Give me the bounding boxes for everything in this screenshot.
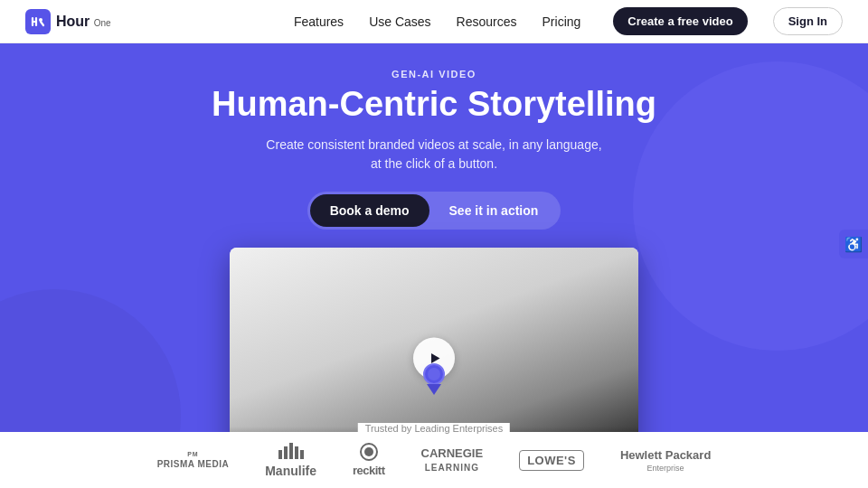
carnegie-text1: CARNEGIE <box>421 447 484 460</box>
navbar: Hour One Features Use Cases Resources Pr… <box>0 0 868 43</box>
nav-features[interactable]: Features <box>294 14 344 29</box>
award-graphic <box>418 361 450 397</box>
bar4 <box>295 446 298 459</box>
carnegie-text2: LEARNING <box>425 463 479 473</box>
hero-title: Human-Centric Storytelling <box>212 85 656 125</box>
hero-buttons: Book a demo See it in action <box>307 192 561 230</box>
accessibility-button[interactable]: ♿ <box>839 230 868 258</box>
bar5 <box>300 450 304 459</box>
pm-bottom: PRISMA MEDIA <box>157 459 230 469</box>
logo-subtext: One <box>94 18 111 28</box>
brand-prisma-media: PM PRISMA MEDIA <box>157 451 230 469</box>
manulife-text: Manulife <box>265 464 316 478</box>
hero-section: GEN-AI VIDEO Human-Centric Storytelling … <box>0 43 868 488</box>
trusted-section: Trusted by Leading Enterprises PM PRISMA… <box>0 432 868 488</box>
nav-use-cases[interactable]: Use Cases <box>369 14 430 29</box>
svg-rect-0 <box>25 9 51 34</box>
bg-circle-right <box>633 61 868 351</box>
nav-links: Features Use Cases Resources Pricing Cre… <box>294 7 843 35</box>
logo-text: Hour <box>56 14 90 29</box>
reckitt-text: reckitt <box>353 464 385 477</box>
hero-tag: GEN-AI VIDEO <box>392 69 476 80</box>
reckitt-inner <box>364 447 373 456</box>
brand-manulife: Manulife <box>265 443 316 478</box>
hero-subtitle: Create consistent branded videos at scal… <box>266 136 601 174</box>
hp-text2: Enterprise <box>647 464 684 473</box>
signin-button[interactable]: Sign In <box>773 7 843 35</box>
bar3 <box>289 443 293 459</box>
nav-pricing[interactable]: Pricing <box>542 14 581 29</box>
book-demo-button[interactable]: Book a demo <box>310 194 429 227</box>
brand-reckitt: reckitt <box>353 443 385 477</box>
brand-hewlett-packard: Hewlett Packard Enterprise <box>620 448 711 473</box>
bar2 <box>284 446 288 459</box>
create-video-button[interactable]: Create a free video <box>613 7 747 35</box>
hero-content: GEN-AI VIDEO Human-Centric Storytelling … <box>212 43 656 477</box>
brand-lowes: LOWE'S <box>519 450 584 471</box>
see-in-action-button[interactable]: See it in action <box>429 194 559 227</box>
bar1 <box>278 450 282 459</box>
reckitt-circle <box>360 443 378 461</box>
logo[interactable]: Hour One <box>25 9 111 34</box>
nav-resources[interactable]: Resources <box>457 14 517 29</box>
lowes-text: LOWE'S <box>527 454 576 467</box>
trusted-label: Trusted by Leading Enterprises <box>358 423 510 434</box>
pm-top: PM <box>187 451 199 457</box>
svg-point-3 <box>428 368 440 380</box>
hp-text1: Hewlett Packard <box>620 448 711 462</box>
manulife-bars <box>278 443 304 459</box>
brand-carnegie-learning: CARNEGIE LEARNING <box>421 447 484 472</box>
trusted-logos: PM PRISMA MEDIA Manulife recki <box>130 443 739 478</box>
